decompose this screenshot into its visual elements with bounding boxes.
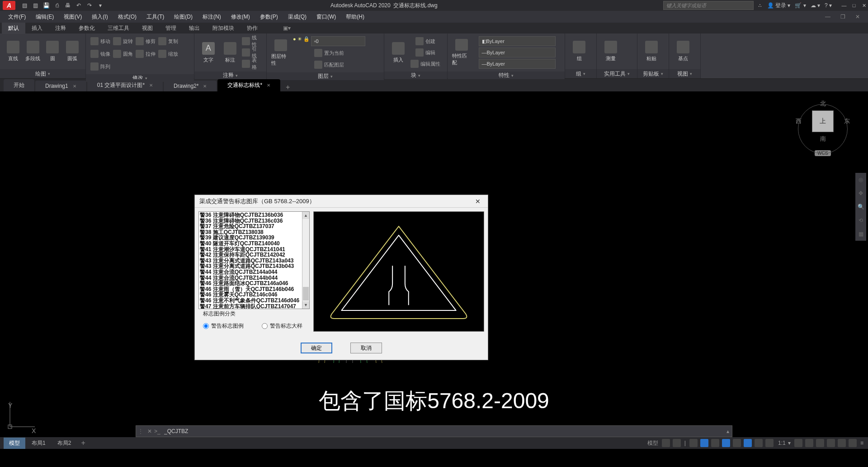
hardware-accel-icon[interactable]	[827, 439, 835, 447]
scale-button[interactable]: 缩放	[158, 49, 178, 59]
text-button[interactable]: A文字	[199, 39, 218, 66]
scroll-up-icon[interactable]: ▲	[302, 212, 309, 219]
block-attr-button[interactable]: 编辑属性	[410, 59, 440, 69]
isodraft-icon[interactable]	[711, 439, 719, 447]
menu-insert[interactable]: 插入(I)	[87, 13, 112, 21]
ribbon-tab-output[interactable]: 输出	[183, 23, 206, 34]
menu-file[interactable]: 文件(F)	[4, 13, 30, 21]
snap-toggle-icon[interactable]	[673, 439, 681, 447]
lineweight-toggle-icon[interactable]	[755, 439, 763, 447]
view-cube[interactable]: 北 西 上 东 南 WCS	[796, 100, 850, 156]
match-layer-button[interactable]: 匹配图层	[314, 60, 344, 70]
close-button[interactable]: ✕	[860, 1, 868, 10]
copy-button[interactable]: 复制	[158, 36, 178, 46]
leader-button[interactable]: 引线	[242, 48, 262, 57]
arc-button[interactable]: 圆弧	[64, 38, 81, 65]
cmdline-expand-icon[interactable]: ▴	[724, 428, 732, 434]
gear-icon[interactable]	[794, 439, 802, 447]
3dosnap-icon[interactable]	[733, 439, 741, 447]
a360-icon[interactable]: ☁ ▾	[811, 2, 820, 9]
mirror-button[interactable]: 镜像	[90, 49, 110, 59]
panel-annotate-label[interactable]: 注释	[194, 71, 266, 79]
list-item[interactable]: 警42 注意保持车距QCJTBZ142042	[200, 252, 308, 258]
scroll-down-icon[interactable]: ▼	[302, 301, 309, 309]
close-tab-icon[interactable]: ✕	[203, 84, 207, 89]
trim-button[interactable]: 修剪	[136, 36, 156, 46]
scroll-track[interactable]	[302, 219, 309, 301]
cmdline-close-icon[interactable]: ✕	[145, 428, 154, 434]
app-logo[interactable]: A	[3, 1, 15, 10]
panel-utilities-label[interactable]: 实用工具	[597, 69, 637, 78]
radio-legend-input[interactable]	[203, 323, 209, 329]
menu-edit[interactable]: 编辑(E)	[31, 13, 58, 21]
file-tab-drawing1[interactable]: Drawing1✕	[35, 81, 86, 91]
make-current-button[interactable]: 置为当前	[314, 48, 344, 58]
command-line[interactable]: ⋮ ✕ >_ ▴	[136, 425, 732, 437]
polyline-button[interactable]: 多段线	[24, 38, 42, 65]
command-input[interactable]	[164, 428, 724, 434]
nav-zoom-icon[interactable]: 🔍	[855, 200, 866, 214]
layer-bulb-icon[interactable]: ●	[293, 36, 296, 46]
menu-draw[interactable]: 绘图(D)	[170, 13, 197, 21]
panel-clipboard-label[interactable]: 剪贴板	[637, 69, 669, 78]
cleanscreen-icon[interactable]	[849, 439, 857, 447]
ribbon-tab-view[interactable]: 视图	[136, 23, 159, 34]
help-icon[interactable]: ? ▾	[825, 2, 832, 9]
menu-qc[interactable]: 渠成(Q)	[283, 13, 311, 21]
list-item[interactable]: 警37 注意危险QCJTBZ137037	[200, 224, 308, 229]
stretch-button[interactable]: 拉伸	[136, 49, 156, 59]
dimension-button[interactable]: 标注	[221, 39, 240, 66]
close-tab-icon[interactable]: ✕	[73, 84, 76, 89]
fillet-button[interactable]: 圆角	[113, 49, 133, 59]
compass-ring[interactable]	[798, 104, 848, 154]
workspace-icon[interactable]	[805, 439, 813, 447]
ortho-toggle-icon[interactable]	[689, 439, 698, 447]
transparency-icon[interactable]	[765, 439, 774, 447]
ribbon-tab-default[interactable]: 默认	[2, 23, 25, 34]
match-properties-button[interactable]: 特性匹配	[452, 39, 471, 66]
osnap-toggle-icon[interactable]	[722, 439, 730, 447]
grid-toggle-icon[interactable]	[662, 439, 670, 447]
file-tab-drawing2[interactable]: Drawing2*✕	[164, 81, 217, 91]
ribbon-tab-featured[interactable]	[264, 26, 277, 30]
ribbon-tab-parametric[interactable]: 参数化	[72, 23, 101, 34]
listbox-scrollbar[interactable]: ▲ ▼	[302, 212, 309, 309]
ribbon-tab-expand[interactable]: ▣▾	[277, 23, 297, 33]
radio-legend[interactable]: 警告标志图例	[203, 322, 244, 330]
layer-lock-icon[interactable]: 🔒	[303, 36, 310, 46]
help-search-input[interactable]: 键入关键字或短语	[663, 1, 754, 10]
linear-button[interactable]: 线性	[242, 36, 262, 46]
layout-tab-model[interactable]: 模型	[4, 438, 25, 449]
panel-draw-label[interactable]: 绘图	[0, 69, 85, 78]
panel-layer-label[interactable]: 图层	[267, 72, 384, 80]
circle-button[interactable]: 圆	[44, 38, 61, 65]
file-tab-traffic[interactable]: 交通标志标线*✕	[217, 79, 280, 91]
ok-button[interactable]: 确定	[301, 343, 332, 353]
new-icon[interactable]: ▤	[20, 1, 29, 10]
ribbon-tab-addins[interactable]: 附加模块	[206, 23, 241, 34]
doc-restore-button[interactable]: ❐	[836, 14, 850, 20]
open-icon[interactable]: ▥	[31, 1, 40, 10]
doc-close-button[interactable]: ✕	[851, 14, 864, 20]
panel-block-label[interactable]: 块	[384, 71, 447, 79]
nav-orbit-icon[interactable]: ⟲	[855, 214, 866, 227]
layer-properties-button[interactable]: 图层特性	[271, 39, 290, 67]
exchange-icon[interactable]: 🛒 ▾	[795, 2, 806, 9]
block-insert-button[interactable]: 插入	[389, 39, 408, 66]
ribbon-tab-3dtools[interactable]: 三维工具	[101, 23, 136, 34]
nav-pan-icon[interactable]: ✥	[855, 186, 866, 200]
layout-tab-2[interactable]: 布局2	[52, 438, 77, 449]
line-button[interactable]: 直线	[5, 38, 22, 65]
lineweight-combo[interactable]: — ByLayer	[479, 48, 556, 57]
radio-detail-input[interactable]	[262, 323, 268, 329]
menu-tools[interactable]: 工具(T)	[142, 13, 169, 21]
list-item[interactable]: 警40 隧道开车灯QCJTBZ140040	[200, 241, 308, 247]
undo-icon[interactable]: ↶	[74, 1, 83, 10]
nav-wheel-icon[interactable]: ◎	[855, 173, 866, 186]
group-button[interactable]: 组	[570, 38, 589, 65]
redo-icon[interactable]: ↷	[85, 1, 94, 10]
cmdline-handle-icon[interactable]: ⋮	[136, 428, 145, 434]
menu-modify[interactable]: 修改(M)	[226, 13, 255, 21]
paste-button[interactable]: 粘贴	[642, 38, 661, 65]
annotation-scale[interactable]: 1:1 ▾	[776, 440, 792, 446]
